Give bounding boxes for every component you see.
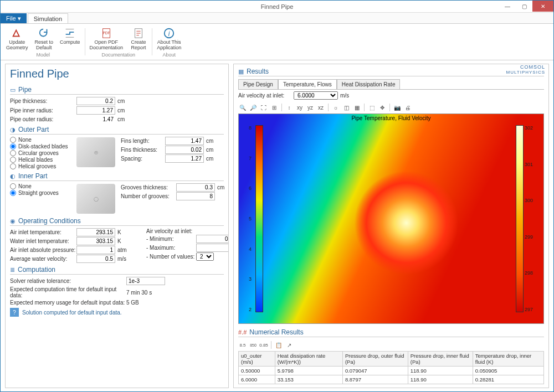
pipe-thickness-label: Pipe thickness: (10, 98, 76, 104)
table-full-icon[interactable]: 850 (249, 341, 258, 349)
zoom-extents-icon[interactable]: ⊞ (270, 103, 279, 112)
create-report-button[interactable]: Create Report (127, 26, 150, 51)
zoom-box-icon[interactable]: ⛶ (259, 103, 268, 112)
info-icon: i (163, 27, 175, 39)
table-header: Heat dissipation rate (W/(m*K)) (275, 352, 342, 367)
snapshot-icon[interactable]: 📷 (393, 103, 402, 112)
ribbon-group-model: Model (37, 52, 50, 58)
avg-water-vel-input[interactable] (76, 255, 115, 263)
reset-to-default-button[interactable]: Reset to Default (33, 26, 56, 51)
outer-helical-grooves-radio[interactable] (10, 163, 16, 169)
left-panel: Finned Pipe ▭Pipe Pipe thickness:cm Pipe… (5, 64, 229, 388)
tolerance-input[interactable] (126, 277, 165, 285)
transparency-icon[interactable]: ◫ (342, 103, 351, 112)
help-icon[interactable]: ? (10, 308, 19, 317)
grid-icon[interactable]: ▦ (352, 103, 361, 112)
table-format-icon[interactable]: 8.5 (238, 341, 247, 349)
air-velocity-select[interactable]: 6.0000 (294, 91, 338, 100)
close-button[interactable]: ✕ (532, 1, 553, 12)
minimize-button[interactable]: — (499, 1, 516, 12)
num-values-select[interactable]: 2 (196, 252, 214, 261)
outer-helical-blades-radio[interactable] (10, 157, 16, 163)
tab-pipe-design[interactable]: Pipe Design (238, 79, 278, 89)
plot-surface (239, 114, 543, 323)
outer-none-radio[interactable] (10, 137, 16, 143)
print-icon[interactable]: 🖨 (403, 103, 412, 112)
about-button[interactable]: i About This Application (155, 26, 183, 51)
water-inlet-temp-input[interactable] (76, 237, 115, 245)
spacing-input[interactable] (165, 154, 204, 163)
outer-disk-radio[interactable] (10, 143, 16, 149)
xy-view-icon[interactable]: xy (295, 103, 304, 112)
yz-view-icon[interactable]: yz (306, 103, 315, 112)
table-toolbar: 8.5 850 0.85 📋 ↗ (238, 339, 544, 351)
ribbon-group-doc: Documentation (102, 52, 136, 58)
table-header: Pressure drop, inner fluid (Pa) (408, 352, 473, 367)
computation-icon: ≣ (10, 266, 15, 274)
pipe-thickness-input[interactable] (76, 97, 115, 105)
air-inlet-temp-input[interactable] (76, 228, 115, 236)
status-message: Solution computed for default input data… (22, 310, 122, 316)
table-sci-icon[interactable]: 0.85 (259, 341, 268, 349)
plot-area[interactable]: Pipe Temperature, Fluid Velocity 8765432… (238, 114, 544, 324)
numresults-title: Numerical Results (249, 328, 303, 336)
table-export-icon[interactable]: ↗ (285, 341, 294, 349)
xz-view-icon[interactable]: xz (316, 103, 325, 112)
results-icon: ▦ (238, 68, 244, 75)
outer-circular-radio[interactable] (10, 150, 16, 156)
table-header: Temperature drop, inner fluid (K) (473, 352, 543, 367)
tab-heat-dissipation[interactable]: Heat Dissipation Rate (337, 79, 401, 89)
light-icon[interactable]: ☼ (331, 103, 340, 112)
colorbar-left-ticks: 8765432 (249, 125, 254, 312)
table-header: Pressure drop, outer fluid (Pa) (342, 352, 408, 367)
open-pdf-button[interactable]: PDF Open PDF Documentation (88, 26, 126, 51)
svg-text:i: i (168, 30, 170, 38)
colorbar-right (516, 125, 524, 312)
results-title: Results (247, 68, 269, 75)
axis-icon[interactable]: ↕ (285, 103, 294, 112)
computation-title: Computation (18, 266, 55, 274)
compute-button[interactable]: Compute (58, 26, 83, 51)
move-icon[interactable]: ✥ (378, 103, 387, 112)
brand-logo: COMSOL MULTIPHYSICS (506, 64, 545, 75)
inner-none-radio[interactable] (10, 183, 16, 189)
numresults-icon: #.# (238, 329, 247, 336)
file-menu[interactable]: File▾ (1, 13, 27, 23)
tab-temperature-flows[interactable]: Temperature, Flows (278, 79, 337, 89)
pipe-section-title: Pipe (18, 86, 32, 94)
report-icon (132, 27, 145, 39)
table-row[interactable]: 0.500005.97980.079047118.900.050905 (239, 367, 544, 375)
fins-thickness-input[interactable] (165, 146, 204, 154)
table-row[interactable]: 6.000033.1538.8797118.900.28281 (239, 375, 544, 384)
air-vel-min-input[interactable] (196, 235, 229, 243)
outer-part-icon: ◑ (10, 126, 16, 133)
inner-straight-radio[interactable] (10, 190, 16, 196)
tab-simulation[interactable]: Simulation (28, 13, 68, 23)
grooves-thickness-input[interactable] (176, 183, 215, 192)
update-geometry-button[interactable]: Update Geometry (4, 26, 30, 51)
plot-toolbar: 🔍 🔎 ⛶ ⊞ ↕ xy yz xz ☼ ◫ ▦ ⬚ ✥ 📷 🖨 (238, 101, 544, 114)
inner-part-preview: ◯ (76, 184, 115, 214)
menubar: File▾ Simulation (1, 13, 553, 24)
select-icon[interactable]: ⬚ (367, 103, 376, 112)
air-vel-max-input[interactable] (196, 244, 229, 252)
maximize-button[interactable]: ▢ (516, 1, 532, 12)
zoom-in-icon[interactable]: 🔍 (238, 103, 247, 112)
zoom-out-icon[interactable]: 🔎 (249, 103, 258, 112)
pipe-inner-input[interactable] (76, 106, 115, 115)
pipe-section-icon: ▭ (10, 86, 16, 94)
fins-length-input[interactable] (165, 137, 204, 145)
inner-part-icon: ◐ (10, 173, 16, 180)
outer-part-preview: ◎ (76, 137, 115, 167)
plot-title: Pipe Temperature, Fluid Velocity (351, 115, 430, 121)
page-title: Finned Pipe (10, 68, 224, 80)
chevron-down-icon: ▾ (18, 15, 21, 22)
num-grooves-input[interactable] (176, 192, 215, 200)
inner-part-title: Inner Part (18, 172, 48, 180)
outer-part-title: Outer Part (18, 126, 49, 133)
colorbar-right-ticks: 302301300299298297 (525, 125, 540, 312)
air-pressure-input[interactable] (76, 246, 115, 254)
titlebar: Finned Pipe — ▢ ✕ (1, 1, 553, 13)
table-copy-icon[interactable]: 📋 (274, 341, 283, 349)
ribbon-group-about: About (162, 52, 176, 58)
